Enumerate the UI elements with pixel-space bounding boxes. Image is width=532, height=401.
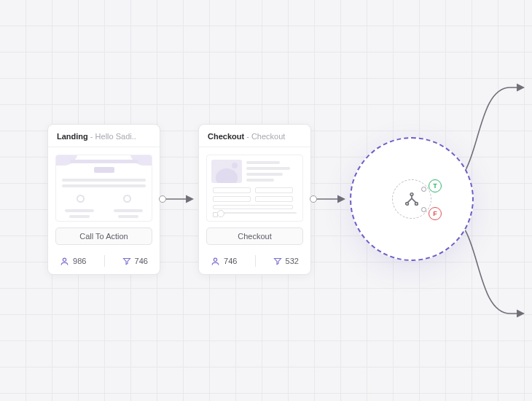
flow-node-landing[interactable]: Landing - Hello Sadi.. Call To Action 98… <box>47 124 160 275</box>
decision-node[interactable]: T F <box>350 137 474 261</box>
node-title-prefix: Landing <box>57 132 88 141</box>
branch-port-true[interactable] <box>421 187 426 192</box>
node-title: Checkout - Checkout <box>199 125 310 147</box>
stat-filter: 532 <box>273 257 299 265</box>
svg-point-0 <box>63 258 66 261</box>
node-action-button[interactable]: Checkout <box>206 227 303 245</box>
filter-icon <box>122 257 131 265</box>
stat-filter: 746 <box>122 257 148 265</box>
svg-point-3 <box>406 203 409 206</box>
svg-point-4 <box>415 203 418 206</box>
svg-point-1 <box>214 258 216 261</box>
stat-users: 746 <box>211 257 237 266</box>
flow-node-checkout[interactable]: Checkout - Checkout Checkout 746 <box>198 124 311 275</box>
stat-divider <box>104 255 105 267</box>
node-title-suffix: Hello Sadi.. <box>95 132 136 141</box>
svg-point-2 <box>410 193 413 196</box>
users-icon <box>60 257 69 266</box>
users-icon <box>211 257 220 266</box>
node-title-suffix: Checkout <box>251 132 285 141</box>
stat-users-value: 746 <box>224 257 237 265</box>
stat-users-value: 986 <box>73 257 86 265</box>
stat-filter-value: 532 <box>286 257 299 265</box>
node-title-prefix: Checkout <box>208 132 244 141</box>
node-title: Landing - Hello Sadi.. <box>48 125 160 147</box>
branch-true-badge: T <box>429 179 442 192</box>
node-action-button[interactable]: Call To Action <box>55 227 152 245</box>
output-port[interactable] <box>159 195 166 203</box>
branch-port-false[interactable] <box>421 207 426 212</box>
node-stats: 746 532 <box>199 251 310 274</box>
stat-filter-value: 746 <box>135 257 148 265</box>
stat-users: 986 <box>60 257 86 266</box>
node-stats: 986 746 <box>48 251 160 274</box>
decision-inner <box>392 179 431 219</box>
filter-icon <box>273 257 282 265</box>
branch-icon <box>404 191 420 207</box>
output-port[interactable] <box>310 195 317 203</box>
page-preview <box>55 155 152 222</box>
page-preview <box>206 155 303 222</box>
stat-divider <box>255 255 256 267</box>
branch-false-badge: F <box>429 207 442 220</box>
